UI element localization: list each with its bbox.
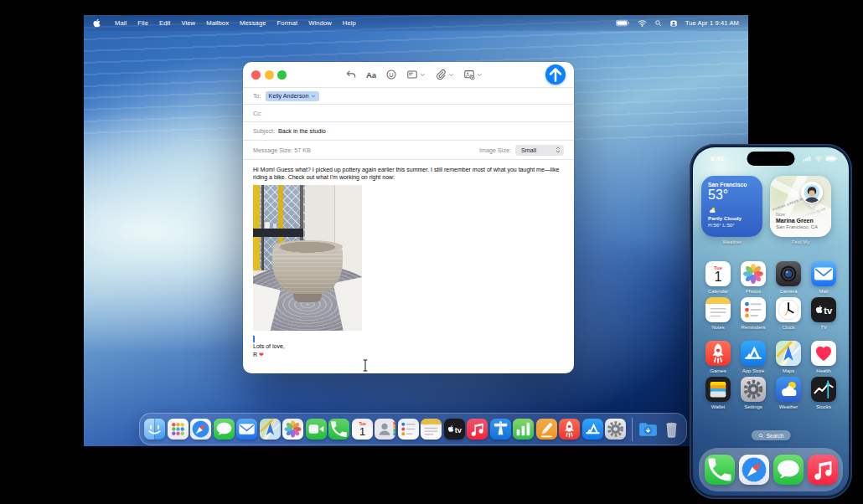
menu-item[interactable]: Message [240, 19, 266, 27]
dock-item-calendar[interactable]: Tue1 [352, 419, 373, 440]
dock-item-facetime[interactable] [306, 419, 327, 440]
spotlight-search-icon[interactable] [654, 19, 662, 27]
dock-item-appstore[interactable] [582, 419, 603, 440]
photo-browser-button[interactable] [463, 69, 483, 80]
dock-item-safari[interactable] [190, 419, 211, 440]
dock-item-settings-mac[interactable] [605, 419, 626, 440]
iphone-app-appstore[interactable]: App Store [736, 341, 771, 373]
iphone-dock-item-safari[interactable] [739, 455, 769, 485]
message-body[interactable]: Hi Mom! Guess what? I picked up pottery … [243, 159, 574, 343]
dock-divider [632, 418, 633, 441]
iphone-app-photos[interactable]: Photos [736, 261, 771, 294]
traffic-lights [251, 70, 287, 80]
iphone-app-games[interactable]: Games [700, 341, 736, 373]
send-button[interactable] [545, 64, 566, 85]
iphone-dock-item-phone[interactable] [705, 455, 735, 485]
menu-item[interactable]: View [181, 19, 195, 27]
to-label: To: [253, 92, 261, 100]
format-text-button[interactable]: Aa [366, 70, 376, 80]
dock-item-notes[interactable] [421, 419, 442, 440]
menu-item[interactable]: Window [308, 19, 332, 27]
menu-item[interactable]: Help [343, 19, 356, 27]
iphone-app-clock[interactable]: Clock [771, 297, 806, 330]
dock-item-maps[interactable] [260, 419, 281, 440]
emoji-picker-icon[interactable] [385, 69, 397, 80]
iphone-app-maps[interactable]: Maps [771, 341, 806, 373]
memoji-avatar [801, 182, 823, 203]
find-my-widget[interactable]: MARINA GREEN DR MARINA BLVD Now Marina G… [770, 176, 831, 237]
text-insertion-caret [253, 336, 255, 342]
dock-item-pages[interactable] [536, 419, 557, 440]
find-my-city: San Francisco, CA [776, 224, 825, 229]
iphone-app-camera[interactable]: Camera [771, 261, 806, 294]
dock-item-photos[interactable] [282, 419, 303, 440]
iphone-app-wallet[interactable]: Wallet [700, 377, 736, 409]
dock-item-reminders[interactable] [398, 419, 419, 440]
chevron-down-icon [477, 72, 483, 78]
closing-line: Lots of love, [253, 343, 564, 351]
battery-icon[interactable] [616, 19, 630, 27]
dock-item-keynote[interactable] [490, 419, 511, 440]
menu-item[interactable]: Mail [115, 19, 127, 27]
window-titlebar: Aa [243, 62, 574, 87]
iphone-app-reminders[interactable]: Reminders [736, 297, 771, 330]
iphone-app-health[interactable]: Health [806, 341, 841, 373]
dock-item-finder[interactable] [144, 419, 165, 440]
menu-item[interactable]: Format [277, 19, 298, 27]
iphone-app-tv[interactable]: tv TV [806, 297, 841, 330]
paperclip-icon [435, 69, 447, 80]
svg-text:tv: tv [454, 426, 462, 435]
dock-item-games[interactable] [559, 419, 580, 440]
iphone-app-notes[interactable]: Notes [700, 297, 736, 330]
cc-field[interactable]: Cc: [243, 104, 574, 121]
wifi-icon[interactable] [638, 19, 647, 27]
iphone-app-weather[interactable]: Weather [771, 377, 806, 409]
close-window-button[interactable] [251, 70, 261, 80]
attach-file-button[interactable] [435, 69, 454, 80]
subject-field[interactable]: Subject: Back in the studio [243, 121, 574, 140]
weather-hi-lo: H:56° L:50° [708, 222, 756, 228]
heart-emoji: ❤ [259, 352, 264, 357]
to-field[interactable]: To: Kelly Anderson [243, 87, 574, 104]
iphone-dock-item-music[interactable] [808, 455, 838, 485]
dock-item-trash[interactable] [661, 419, 682, 440]
dock-item-messages[interactable] [214, 419, 235, 440]
message-size-row: Message Size: 57 KB Image Size: Small [243, 140, 574, 159]
chevron-down-icon [448, 72, 454, 78]
user-switcher-icon[interactable] [669, 19, 678, 28]
menu-item[interactable]: Edit [159, 19, 171, 27]
dock-item-music[interactable] [467, 419, 488, 440]
dock-item-mail[interactable] [236, 419, 257, 440]
recipient-token[interactable]: Kelly Anderson [266, 91, 319, 101]
undo-icon[interactable] [345, 69, 357, 80]
dock-item-tv[interactable]: tv [444, 419, 465, 440]
iphone-home-screen: 9:41 San Francisco 53° Partly Cloudy H:5… [693, 147, 849, 496]
dock-item-phone[interactable] [328, 419, 349, 440]
menu-item[interactable]: File [137, 19, 148, 27]
dock-item-numbers[interactable] [513, 419, 534, 440]
apple-menu-icon[interactable] [93, 18, 101, 28]
dock-item-downloads[interactable] [638, 419, 659, 440]
compose-toolbar: Aa [345, 62, 483, 87]
iphone-dock-item-messages[interactable] [773, 455, 804, 485]
dock-item-launchpad[interactable] [168, 419, 189, 440]
iphone-app-calendar[interactable]: Tue1 Calendar [700, 261, 736, 294]
iphone-app-stocks[interactable]: Stocks [806, 377, 841, 409]
spotlight-search-pill[interactable]: Search [752, 430, 791, 440]
minimize-window-button[interactable] [265, 70, 274, 80]
pottery-photo[interactable] [253, 185, 362, 331]
header-fields-button[interactable] [406, 69, 426, 80]
dock-item-contacts[interactable] [375, 419, 395, 440]
screenshot-canvas: MailFileEditViewMailboxMessageFormatWind… [0, 0, 863, 504]
image-size-control: Image Size: Small [479, 145, 564, 156]
menu-bar-clock[interactable]: Tue Apr 1 9:41 AM [685, 19, 739, 27]
menu-item[interactable]: Mailbox [206, 19, 229, 27]
search-label: Search [767, 433, 784, 439]
iphone-app-mail[interactable]: Mail [806, 261, 841, 294]
zoom-window-button[interactable] [277, 70, 287, 80]
weather-widget[interactable]: San Francisco 53° Partly Cloudy H:56° L:… [701, 176, 762, 237]
message-size-label: Message Size: 57 KB [253, 147, 311, 154]
image-size-select[interactable]: Small [515, 145, 564, 156]
app-grid-bottom: Games App Store Maps Health Wallet [700, 341, 841, 409]
iphone-app-settings-ios[interactable]: Settings [736, 377, 771, 409]
